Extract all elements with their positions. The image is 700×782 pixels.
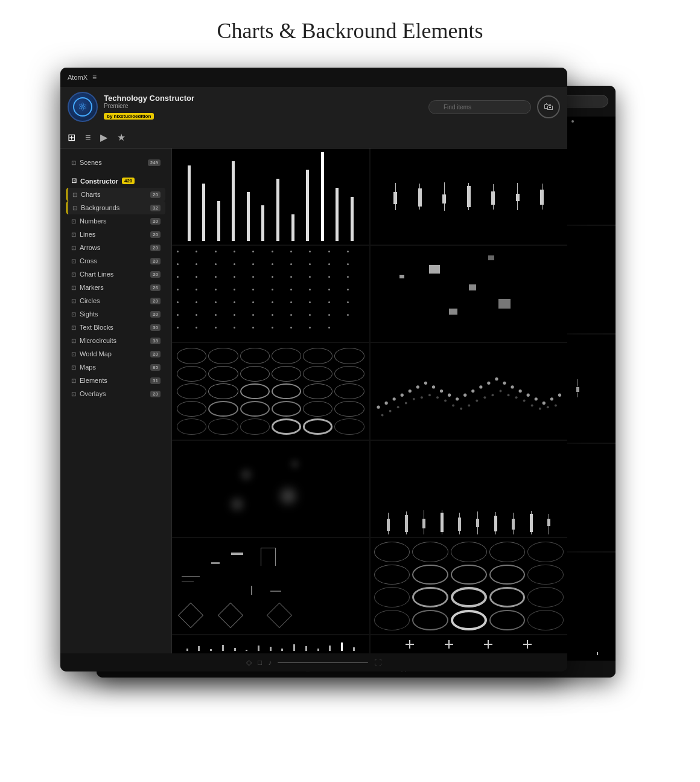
svg-point-13 — [479, 386, 482, 389]
circles-icon: ⊡ — [71, 298, 76, 304]
bottom-icon-expand[interactable]: ⛶ — [374, 658, 381, 667]
sidebar-item-overlays[interactable]: ⊡ Overlays 20 — [66, 387, 165, 400]
svg-point-10 — [456, 398, 459, 401]
svg-point-32 — [444, 400, 447, 402]
bottom-icon-square[interactable]: □ — [258, 658, 262, 667]
svg-point-36 — [476, 400, 478, 402]
sidebar-overlays-label: Overlays — [80, 390, 147, 397]
sidebar-item-cross[interactable]: ⊡ Cross 20 — [66, 254, 165, 268]
svg-point-5 — [416, 386, 419, 389]
markers-icon: ⊡ — [71, 284, 76, 291]
sidebar-item-arrows[interactable]: ⊡ Arrows 20 — [66, 241, 165, 254]
sidebar-item-textblocks[interactable]: ⊡ Text Blocks 30 — [66, 321, 165, 334]
sidebar-lines-count: 20 — [150, 231, 161, 238]
sidebar-overlays-count: 20 — [150, 391, 161, 397]
svg-point-8 — [439, 389, 442, 393]
sidebar-circles-label: Circles — [80, 297, 147, 304]
nav-icon-star[interactable]: ★ — [117, 132, 126, 143]
sidebar-elements-count: 31 — [150, 377, 161, 384]
svg-point-27 — [404, 402, 407, 405]
sidebar-textblocks-count: 30 — [150, 324, 161, 331]
sidebar-scenes-count: 249 — [148, 159, 161, 166]
svg-point-12 — [471, 389, 474, 393]
sidebar-backgrounds-label: Backgrounds — [81, 204, 147, 211]
sidebar-item-backgrounds[interactable]: ⊡ Backgrounds 32 — [66, 201, 165, 214]
grid-cell-6[interactable] — [371, 343, 568, 439]
sidebar-item-numbers[interactable]: ⊡ Numbers 20 — [66, 214, 165, 228]
svg-point-17 — [511, 386, 514, 389]
sidebar-item-microcircuits[interactable]: ⊡ Microcircuits 38 — [66, 334, 165, 347]
nav-icon-play[interactable]: ▶ — [100, 132, 107, 143]
nav-icon-sliders[interactable]: ⊞ — [68, 132, 75, 143]
sidebar-constructor-header[interactable]: ⊡ Constructor 420 — [66, 174, 165, 188]
svg-point-11 — [463, 394, 466, 397]
svg-point-39 — [499, 390, 501, 393]
cart-icon: 🛍 — [544, 101, 553, 112]
grid-cell-11[interactable] — [172, 635, 369, 653]
search-input[interactable] — [428, 100, 531, 114]
sidebar-item-maps[interactable]: ⊡ Maps 85 — [66, 361, 165, 374]
sidebar-item-charts[interactable]: ⊡ Charts 20 — [66, 188, 165, 201]
grid-cell-10[interactable] — [371, 538, 568, 634]
sidebar-numbers-label: Numbers — [80, 217, 147, 225]
svg-point-14 — [487, 382, 490, 385]
svg-point-18 — [518, 389, 521, 393]
sidebar-item-chart-lines[interactable]: ⊡ Chart Lines 20 — [66, 268, 165, 281]
grid-cell-2[interactable] — [371, 149, 568, 245]
bottom-icon-music[interactable]: ♪ — [268, 658, 272, 667]
svg-point-26 — [396, 406, 399, 409]
header-text: Technology Constructor Premiere by nixst… — [104, 94, 422, 120]
grid-cell-4[interactable] — [371, 246, 568, 342]
grid-cell-5[interactable] — [172, 343, 369, 439]
nav-icons-row: ⊞ ≡ ▶ ★ — [60, 127, 567, 149]
sidebar-sights-label: Sights — [80, 310, 147, 318]
cart-button[interactable]: 🛍 — [537, 95, 560, 118]
bottom-bar-slider[interactable] — [278, 662, 368, 663]
logo-inner — [73, 97, 92, 117]
grid-cell-3[interactable] — [172, 246, 369, 342]
svg-point-24 — [381, 414, 383, 417]
cross-icon: ⊡ — [71, 258, 76, 264]
svg-point-21 — [542, 402, 545, 405]
sights-icon: ⊡ — [71, 311, 76, 318]
sidebar-item-circles[interactable]: ⊡ Circles 20 — [66, 294, 165, 307]
bottom-icon-layers[interactable]: ◇ — [246, 658, 252, 667]
sidebar-scenes-section: ⊡ Scenes 249 — [60, 153, 171, 171]
sidebar-arrows-count: 20 — [150, 245, 161, 251]
svg-point-40 — [507, 394, 509, 397]
screenshot-container: 🛍 🔍 — [60, 68, 640, 702]
sidebar-item-sights[interactable]: ⊡ Sights 20 — [66, 307, 165, 321]
svg-point-28 — [412, 398, 415, 400]
sidebar-arrows-label: Arrows — [80, 244, 147, 251]
nav-icon-list[interactable]: ≡ — [85, 132, 91, 143]
panel-front: AtomX ≡ Technology Constructor Premiere … — [60, 68, 567, 671]
svg-point-19 — [526, 394, 529, 397]
sidebar-constructor-section: ⊡ Constructor 420 ⊡ Charts 20 ⊡ Backgrou… — [60, 171, 171, 403]
sidebar-constructor-count: 420 — [122, 178, 135, 184]
sidebar-item-worldmap[interactable]: ⊡ World Map 20 — [66, 347, 165, 361]
grid-cell-12[interactable] — [371, 635, 568, 653]
sidebar-item-lines[interactable]: ⊡ Lines 20 — [66, 228, 165, 241]
sidebar-sights-count: 20 — [150, 311, 161, 318]
sidebar-scenes-label: Scenes — [80, 159, 144, 166]
svg-point-33 — [452, 405, 454, 407]
grid-cell-1[interactable] — [172, 149, 369, 245]
sidebar-markers-label: Markers — [80, 284, 147, 291]
backgrounds-icon: ⊡ — [72, 205, 77, 211]
constructor-icon: ⊡ — [71, 177, 77, 185]
sidebar-item-elements[interactable]: ⊡ Elements 31 — [66, 374, 165, 387]
sidebar-cross-count: 20 — [150, 258, 161, 264]
svg-point-31 — [436, 397, 439, 399]
grid-cell-8[interactable] — [371, 441, 568, 537]
sidebar-maps-count: 85 — [150, 364, 161, 371]
grid-cell-7[interactable] — [172, 441, 369, 537]
grid-cell-9[interactable] — [172, 538, 369, 634]
svg-point-7 — [431, 386, 434, 389]
charts-icon: ⊡ — [72, 191, 77, 198]
sidebar-item-scenes[interactable]: ⊡ Scenes 249 — [66, 156, 165, 169]
svg-point-37 — [483, 397, 486, 399]
sidebar-item-markers[interactable]: ⊡ Markers 26 — [66, 281, 165, 294]
svg-point-29 — [420, 397, 422, 399]
svg-point-43 — [530, 405, 533, 407]
menu-icon[interactable]: ≡ — [92, 73, 97, 82]
